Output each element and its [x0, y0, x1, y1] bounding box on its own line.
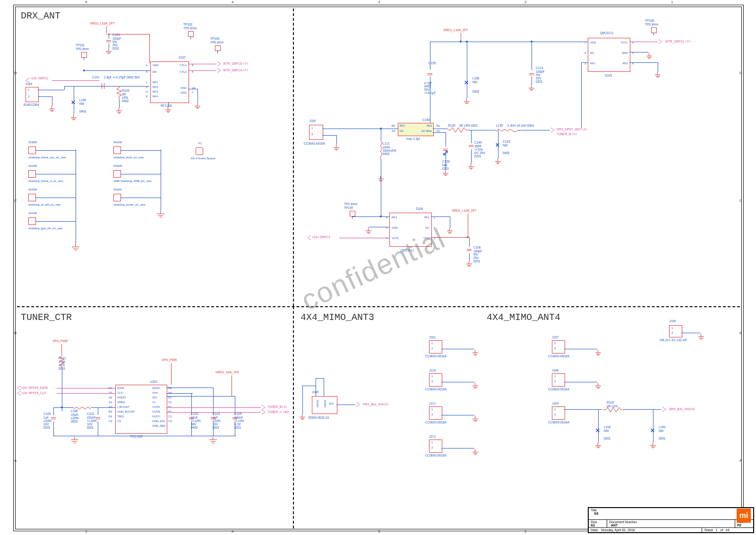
- sh500: [28, 194, 36, 201]
- j111: 12: [429, 406, 442, 420]
- tp145: [350, 211, 355, 216]
- tp101: [81, 52, 87, 58]
- sh400: [28, 217, 36, 225]
- divider-h: [17, 306, 740, 307]
- sh800: [28, 147, 36, 154]
- grid-col-2b: 2: [524, 529, 526, 534]
- port-wtr-grfc0: [217, 61, 221, 66]
- divider-v: [293, 9, 294, 306]
- qm13111-s103: VDD 1 NC 2 RF1 3 VCTL 4 GND 5 RF2 6: [588, 38, 630, 72]
- j109: 12: [552, 406, 565, 420]
- tp102: [188, 31, 194, 37]
- inner-frame: [15, 7, 742, 529]
- j106: 1 2: [309, 125, 323, 140]
- grid-col-5: 5: [85, 0, 87, 4]
- grid-col-1: 1: [671, 0, 673, 4]
- section-tuner-ctr: TUNER_CTR: [21, 312, 72, 323]
- c146: RF1 NC RF2 DC Bias B2 A2 B1 A1: [398, 123, 434, 136]
- grid-row-A: A: [14, 458, 17, 463]
- section-mimo-ant3: 4X4_MIMO_ANT3: [301, 312, 374, 323]
- grid-col-4b: 4: [232, 529, 233, 534]
- sh601: [113, 194, 121, 201]
- sh300: [28, 170, 36, 178]
- sh200: [113, 147, 121, 154]
- mi-logo-icon: mi: [737, 509, 751, 523]
- r103: [117, 86, 121, 99]
- sh600: [113, 170, 121, 178]
- l166-nm: ✕: [71, 99, 76, 106]
- grid-col-3: 3: [378, 0, 380, 4]
- tp106: [651, 27, 657, 33]
- section-mimo-ant4: 4X4_MIMO_ANT4: [487, 312, 560, 323]
- grid-col-5b: 5: [85, 529, 87, 534]
- grid-row-D: D: [14, 71, 17, 75]
- divider-v2: [293, 306, 294, 528]
- tp101-ref: TP101: [76, 43, 85, 47]
- grid-row-B: B: [14, 331, 17, 335]
- section-drx-ant: DRX_ANT: [21, 10, 60, 21]
- s107: VDD 6 EN 5 RF1 1 RF2 2 RF3 9 RF4 8 CTL1 …: [150, 61, 189, 103]
- j112: 12: [429, 440, 442, 453]
- r130: [448, 128, 469, 132]
- j709: 12: [669, 325, 682, 337]
- tp103: [215, 45, 221, 51]
- j104: 1 2: [26, 87, 39, 102]
- k1: [196, 147, 203, 155]
- title-block: mi Title E8 SizeA3 Document Number ANT R…: [588, 507, 754, 533]
- gnd: [106, 48, 112, 53]
- j108: 12: [552, 373, 565, 387]
- j101: 12: [429, 340, 442, 354]
- grid-row-C: C: [14, 198, 17, 203]
- j107: 12: [552, 340, 565, 354]
- qm13111-s104: RF2 6 GND 5 VCTL 4 RF1 1 NC 2 VDD 3: [389, 213, 432, 247]
- j105: GND1 GND2 SIG: [312, 396, 337, 414]
- net-vreg-l16a: VREG_L16A_2P7: [90, 22, 114, 25]
- grid-col-4: 4: [232, 0, 233, 4]
- j110: 12: [429, 373, 442, 387]
- grid-col-2: 2: [524, 0, 526, 4]
- grid-col-3b: 3: [378, 529, 380, 534]
